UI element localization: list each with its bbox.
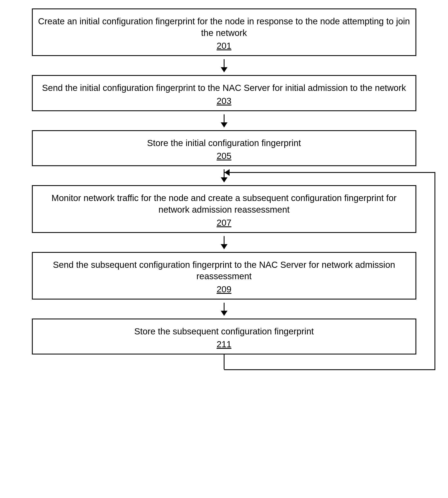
step-203: Send the initial configuration fingerpri… xyxy=(32,75,416,111)
step-205-text: Store the initial configuration fingerpr… xyxy=(37,137,411,149)
arrow-205-207 xyxy=(23,166,425,185)
step-207: Monitor network traffic for the node and… xyxy=(32,185,416,233)
feedback-arrow-head xyxy=(224,169,230,176)
arrow-203-205 xyxy=(23,111,425,130)
arrow-201-203 xyxy=(23,56,425,75)
step-211-text: Store the subsequent configuration finge… xyxy=(37,326,411,337)
arrow-207-209 xyxy=(23,233,425,252)
step-201: Create an initial configuration fingerpr… xyxy=(32,8,416,56)
arrow-209-211 xyxy=(23,299,425,318)
step-201-number: 201 xyxy=(37,41,411,51)
step-207-number: 207 xyxy=(37,218,411,228)
step-205-number: 205 xyxy=(37,151,411,161)
step-209-number: 209 xyxy=(37,284,411,295)
step-211: Store the subsequent configuration finge… xyxy=(32,318,416,355)
step-205: Store the initial configuration fingerpr… xyxy=(32,130,416,166)
step-201-text: Create an initial configuration fingerpr… xyxy=(37,16,411,39)
exit-211-down xyxy=(23,354,425,378)
step-211-number: 211 xyxy=(37,339,411,349)
feedback-bottom-line xyxy=(224,369,435,370)
step-209-text: Send the subsequent configuration finger… xyxy=(37,259,411,282)
flowchart-container: Create an initial configuration fingerpr… xyxy=(23,8,425,378)
step-203-text: Send the initial configuration fingerpri… xyxy=(37,82,411,94)
feedback-merge-line xyxy=(224,172,435,173)
step-207-text: Monitor network traffic for the node and… xyxy=(37,192,411,216)
feedback-right-vertical xyxy=(434,172,435,370)
step-209: Send the subsequent configuration finger… xyxy=(32,252,416,299)
step-203-number: 203 xyxy=(37,96,411,106)
